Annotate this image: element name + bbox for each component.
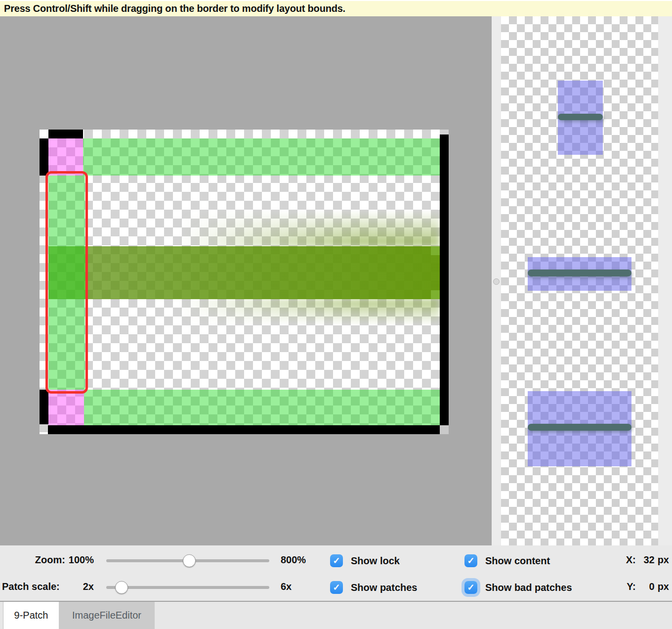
show-lock-checkbox[interactable]: ✓	[330, 554, 343, 567]
show-patches-label[interactable]: Show patches	[351, 582, 417, 593]
image-stripe-halo-bottom	[178, 299, 440, 325]
bad-patch-outline	[45, 171, 88, 394]
show-bad-patches-checkbox[interactable]: ✓	[464, 581, 477, 594]
image-stripe	[48, 246, 440, 299]
zoom-label-group: Zoom: 100%	[0, 554, 94, 566]
preview-panel-edge	[658, 16, 672, 545]
editor-canvas[interactable]	[0, 16, 492, 545]
cursor-x-unit: px	[658, 554, 669, 566]
preview-stripe	[528, 270, 631, 276]
patch-scale-slider-thumb[interactable]	[115, 581, 128, 594]
cursor-y-value: 0	[639, 581, 655, 592]
cursor-x-value: 32	[639, 554, 655, 566]
splitter-grip-icon[interactable]	[493, 278, 500, 285]
show-bad-patches-label[interactable]: Show bad patches	[485, 582, 572, 593]
zoom-label: Zoom:	[35, 554, 65, 566]
patch-scale-label-group: Patch scale: 2x	[0, 581, 94, 592]
patch-scale-slider[interactable]	[106, 581, 269, 594]
patch-overlay-top	[83, 138, 440, 176]
ninepatch-editor-window: Press Control/Shift while dragging on th…	[0, 0, 672, 629]
content-overlay-bottom-left	[48, 390, 84, 425]
nine-patch-image[interactable]	[40, 130, 449, 434]
preview-stripe	[558, 114, 603, 120]
image-stripe-notch-bottom	[431, 290, 440, 299]
tab-imagefileeditor[interactable]: ImageFileEditor	[59, 602, 155, 629]
image-stripe-notch-top	[431, 246, 440, 255]
border-mark-left-lower[interactable]	[40, 390, 48, 424]
patch-scale-value: 2x	[83, 581, 94, 592]
show-lock-group[interactable]: ✓ Show lock	[330, 554, 400, 567]
show-content-checkbox[interactable]: ✓	[464, 554, 477, 567]
tab-bar-edge	[0, 602, 3, 629]
panel-splitter[interactable]	[492, 16, 501, 545]
show-bad-patches-group[interactable]: ✓ Show bad patches	[464, 581, 572, 594]
cursor-y-label: Y:	[627, 581, 636, 592]
show-lock-label[interactable]: Show lock	[351, 555, 400, 567]
cursor-x-readout: X: 32 px	[618, 554, 669, 566]
show-patches-checkbox[interactable]: ✓	[330, 581, 343, 594]
tab-9patch[interactable]: 9-Patch	[3, 602, 59, 629]
show-content-group[interactable]: ✓ Show content	[464, 554, 550, 567]
border-mark-left-upper[interactable]	[40, 138, 48, 176]
checkmark-icon: ✓	[333, 583, 340, 592]
patch-scale-max-label: 6x	[281, 581, 292, 592]
border-mark-right[interactable]	[440, 135, 449, 425]
show-patches-group[interactable]: ✓ Show patches	[330, 581, 417, 594]
zoom-value: 100%	[69, 554, 94, 566]
preview-stripe	[528, 424, 631, 431]
patch-overlay-bottom	[84, 390, 440, 425]
preview-item-small	[558, 81, 603, 155]
checkmark-icon: ✓	[333, 556, 340, 565]
cursor-y-readout: Y: 0 px	[618, 581, 669, 592]
bottom-tab-bar: 9-Patch ImageFileEditor	[0, 601, 672, 629]
preview-item-wide	[528, 257, 631, 291]
border-mark-top[interactable]	[48, 130, 83, 138]
image-stripe-halo-top	[178, 210, 440, 246]
preview-item-large	[528, 391, 631, 466]
zoom-max-label: 800%	[281, 554, 306, 566]
border-mark-bottom[interactable]	[48, 425, 440, 434]
content-overlay-top-left	[48, 138, 83, 176]
patch-scale-label: Patch scale:	[2, 581, 60, 592]
control-strip: Zoom: 100% 800% ✓ Show lock ✓ Show conte…	[0, 545, 672, 601]
hint-banner: Press Control/Shift while dragging on th…	[0, 0, 672, 16]
patch-scale-slider-track[interactable]	[106, 586, 269, 589]
cursor-x-label: X:	[626, 554, 636, 566]
zoom-slider[interactable]	[106, 554, 269, 567]
preview-panel	[501, 16, 658, 545]
border-corner-bottom-right	[440, 425, 449, 434]
zoom-slider-thumb[interactable]	[183, 554, 196, 567]
checkmark-icon: ✓	[467, 583, 474, 592]
show-content-label[interactable]: Show content	[485, 555, 550, 567]
checkmark-icon: ✓	[467, 556, 474, 565]
cursor-y-unit: px	[658, 581, 669, 592]
